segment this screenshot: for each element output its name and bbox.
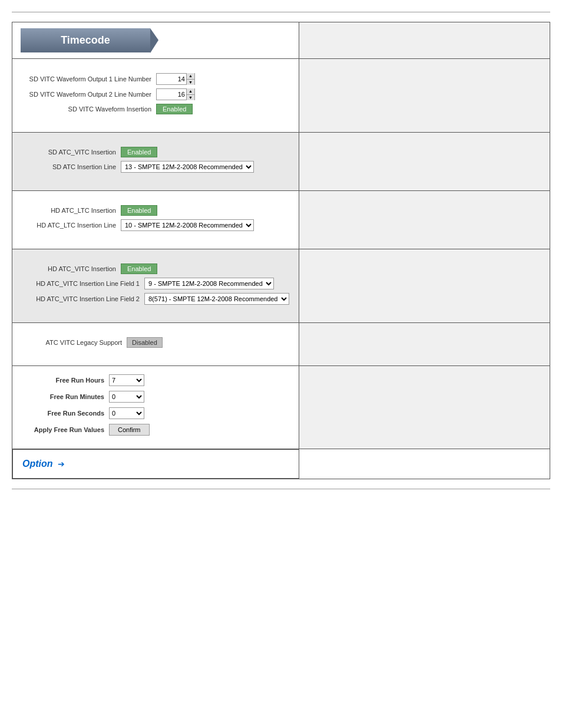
sd-atc-line-label: SD ATC Insertion Line — [22, 163, 116, 170]
sd-vitc-output2-spinner: ▲ ▼ — [186, 88, 194, 100]
free-run-seconds-row: Free Run Seconds 0 1 2 — [22, 407, 289, 419]
option-label: Option — [22, 459, 53, 469]
sd-atc-line-row: SD ATC Insertion Line 13 - SMPTE 12M-2-2… — [22, 161, 289, 173]
free-run-hours-select[interactable]: 7 0 1 2 — [109, 374, 144, 386]
hd-atc-ltc-line-select[interactable]: 10 - SMPTE 12M-2-2008 Recommended 11 12 — [121, 219, 254, 231]
free-run-row: Free Run Hours 7 0 1 2 Free Run Minutes … — [12, 366, 550, 449]
hd-atc-vitc-insertion-label: HD ATC_VITC Insertion — [22, 265, 116, 272]
sd-vitc-output1-input-wrapper: ▲ ▼ — [156, 73, 195, 85]
sd-vitc-output2-down[interactable]: ▼ — [187, 95, 194, 101]
sd-vitc-right — [299, 59, 550, 133]
atc-vitc-legacy-right — [299, 323, 550, 366]
sd-vitc-output1-label: SD VITC Waveform Output 1 Line Number — [22, 75, 151, 83]
sd-vitc-output2-up[interactable]: ▲ — [187, 88, 194, 95]
free-run-apply-row: Apply Free Run Values Confirm — [22, 424, 289, 436]
hd-atc-vitc-right — [299, 249, 550, 323]
free-run-confirm-button[interactable]: Confirm — [109, 424, 150, 436]
hd-atc-ltc-line-label: HD ATC_LTC Insertion Line — [22, 222, 116, 229]
bottom-divider — [12, 489, 550, 489]
hd-atc-vitc-insertion-row: HD ATC_VITC Insertion Enabled — [22, 263, 289, 274]
free-run-hours-row: Free Run Hours 7 0 1 2 — [22, 374, 289, 386]
sd-atc-row: SD ATC_VITC Insertion Enabled SD ATC Ins… — [12, 133, 550, 191]
header-row: Timecode — [12, 22, 550, 59]
sd-vitc-insertion-label: SD VITC Waveform Insertion — [22, 106, 151, 113]
sd-vitc-output1-down[interactable]: ▼ — [187, 80, 194, 85]
sd-vitc-left: SD VITC Waveform Output 1 Line Number ▲ … — [12, 59, 299, 133]
sd-vitc-row: SD VITC Waveform Output 1 Line Number ▲ … — [12, 59, 550, 133]
hd-atc-vitc-field1-row: HD ATC_VITC Insertion Line Field 1 9 - S… — [22, 278, 289, 289]
free-run-minutes-row: Free Run Minutes 0 1 2 — [22, 391, 289, 403]
main-table: Timecode SD VITC Waveform Output 1 Line … — [12, 22, 550, 479]
sd-vitc-output1-up[interactable]: ▲ — [187, 73, 194, 80]
sd-atc-insertion-button[interactable]: Enabled — [121, 147, 157, 157]
timecode-title: Timecode — [61, 34, 110, 46]
sd-atc-left: SD ATC_VITC Insertion Enabled SD ATC Ins… — [12, 133, 299, 191]
hd-atc-vitc-field2-label: HD ATC_VITC Insertion Line Field 2 — [22, 295, 140, 302]
free-run-seconds-label: Free Run Seconds — [22, 410, 104, 417]
sd-vitc-output1-input[interactable] — [157, 74, 186, 84]
atc-vitc-legacy-button[interactable]: Disabled — [127, 337, 163, 348]
hd-atc-ltc-left: HD ATC_LTC Insertion Enabled HD ATC_LTC … — [12, 191, 299, 249]
sd-atc-insertion-row: SD ATC_VITC Insertion Enabled — [22, 147, 289, 157]
atc-vitc-legacy-row: ATC VITC Legacy Support Disabled — [12, 323, 550, 366]
sd-vitc-insertion-button[interactable]: Enabled — [156, 104, 193, 114]
top-divider — [12, 12, 550, 12]
atc-vitc-legacy-insertion-row: ATC VITC Legacy Support Disabled — [22, 337, 289, 348]
hd-atc-vitc-row: HD ATC_VITC Insertion Enabled HD ATC_VIT… — [12, 249, 550, 323]
header-left-cell: Timecode — [12, 22, 299, 59]
sd-vitc-output1-row: SD VITC Waveform Output 1 Line Number ▲ … — [22, 73, 289, 85]
header-right-cell — [299, 22, 550, 59]
free-run-apply-label: Apply Free Run Values — [22, 426, 104, 433]
free-run-right — [299, 366, 550, 449]
sd-vitc-output2-input[interactable] — [157, 89, 186, 100]
free-run-hours-label: Free Run Hours — [22, 377, 104, 384]
atc-vitc-legacy-label: ATC VITC Legacy Support — [22, 339, 122, 346]
free-run-section: Free Run Hours 7 0 1 2 Free Run Minutes … — [12, 366, 299, 449]
sd-vitc-output1-spinner: ▲ ▼ — [186, 73, 194, 85]
sd-atc-insertion-label: SD ATC_VITC Insertion — [22, 149, 116, 156]
hd-atc-ltc-insertion-button[interactable]: Enabled — [121, 205, 157, 216]
hd-atc-vitc-field2-select[interactable]: 8(571) - SMPTE 12M-2-2008 Recommended 9 … — [144, 293, 289, 305]
hd-atc-ltc-row: HD ATC_LTC Insertion Enabled HD ATC_LTC … — [12, 191, 550, 249]
sd-vitc-insertion-row: SD VITC Waveform Insertion Enabled — [22, 104, 289, 114]
option-cell: Option ➔ — [12, 449, 299, 479]
hd-atc-vitc-insertion-button[interactable]: Enabled — [121, 263, 157, 274]
timecode-banner: Timecode — [21, 28, 150, 52]
sd-atc-line-select[interactable]: 13 - SMPTE 12M-2-2008 Recommended 14 15 … — [121, 161, 254, 173]
sd-vitc-output2-input-wrapper: ▲ ▼ — [156, 88, 195, 100]
free-run-left: Free Run Hours 7 0 1 2 Free Run Minutes … — [12, 366, 299, 449]
option-row: Option ➔ — [12, 449, 550, 479]
option-arrow-icon: ➔ — [58, 459, 65, 469]
hd-atc-vitc-field2-row: HD ATC_VITC Insertion Line Field 2 8(571… — [22, 293, 289, 305]
hd-atc-ltc-insertion-label: HD ATC_LTC Insertion — [22, 207, 116, 214]
free-run-seconds-select[interactable]: 0 1 2 — [109, 407, 144, 419]
free-run-minutes-label: Free Run Minutes — [22, 393, 104, 400]
hd-atc-ltc-line-row: HD ATC_LTC Insertion Line 10 - SMPTE 12M… — [22, 219, 289, 231]
hd-atc-vitc-field1-label: HD ATC_VITC Insertion Line Field 1 — [22, 280, 140, 287]
hd-atc-vitc-field1-select[interactable]: 9 - SMPTE 12M-2-2008 Recommended 10 11 — [144, 278, 274, 289]
sd-vitc-output2-row: SD VITC Waveform Output 2 Line Number ▲ … — [22, 88, 289, 100]
hd-atc-vitc-left: HD ATC_VITC Insertion Enabled HD ATC_VIT… — [12, 249, 299, 323]
atc-vitc-legacy-left: ATC VITC Legacy Support Disabled — [12, 323, 299, 366]
free-run-minutes-select[interactable]: 0 1 2 — [109, 391, 144, 403]
sd-atc-right — [299, 133, 550, 191]
hd-atc-ltc-right — [299, 191, 550, 249]
hd-atc-ltc-insertion-row: HD ATC_LTC Insertion Enabled — [22, 205, 289, 216]
sd-vitc-output2-label: SD VITC Waveform Output 2 Line Number — [22, 91, 151, 98]
